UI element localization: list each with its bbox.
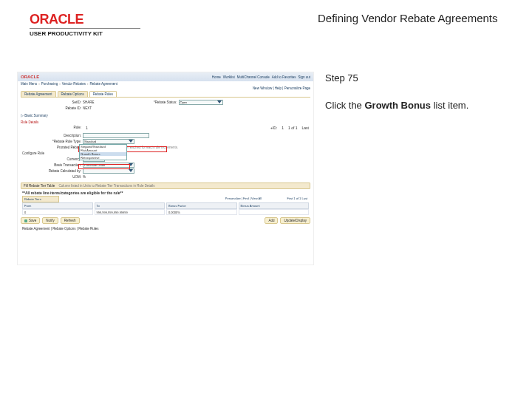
instruction-panel: Step 75 Click the Growth Bonus list item… bbox=[325, 72, 514, 265]
cell-from[interactable]: 0 bbox=[22, 209, 93, 215]
tabs: Rebate Agreement Rebate Options Rebate R… bbox=[18, 91, 313, 97]
app-screenshot: ORACLE Home Worklist MultiChannel Consol… bbox=[18, 72, 313, 265]
cur-label: Currency: bbox=[22, 157, 81, 161]
grid-cust-links[interactable]: Personalize | Find | View All bbox=[61, 196, 263, 202]
footer-links[interactable]: Rebate Agreement | Rebate Options | Reba… bbox=[18, 226, 313, 231]
desc-input[interactable] bbox=[83, 133, 149, 138]
rtype-select[interactable]: Standard bbox=[83, 139, 134, 144]
setid-label: SetID: bbox=[22, 100, 81, 104]
update-button[interactable]: Update/Display bbox=[280, 217, 310, 224]
rebstatus-label: *Rebate Status: bbox=[96, 100, 177, 104]
save-button[interactable]: Save bbox=[21, 217, 40, 224]
crumb-0[interactable]: Main Menu bbox=[21, 82, 37, 86]
chevron-down-icon bbox=[217, 100, 222, 103]
col-amount: Bonus Amount bbox=[239, 202, 310, 209]
app-nav: Home Worklist MultiChannel Console Add t… bbox=[212, 75, 310, 79]
save-icon bbox=[24, 219, 27, 222]
bt-label: Basis Transaction: bbox=[22, 163, 81, 167]
last-link[interactable]: Last bbox=[302, 126, 309, 130]
rebstatus-select[interactable]: Open bbox=[179, 100, 223, 105]
nav-mcc[interactable]: MultiChannel Console bbox=[237, 75, 270, 79]
bt-select[interactable]: Purchase Order bbox=[83, 163, 134, 168]
col-from: From bbox=[22, 202, 93, 209]
nav-worklist[interactable]: Worklist bbox=[223, 75, 235, 79]
basic-summary-toggle[interactable]: ▷ Basic Summary bbox=[18, 112, 313, 119]
tab-rules[interactable]: Rebate Rules bbox=[89, 91, 117, 97]
brand-block: ORACLE USER PRODUCTIVITY KIT bbox=[30, 12, 140, 37]
uom-label: UOM: bbox=[22, 175, 81, 179]
one-of: 1 of 1 bbox=[288, 126, 298, 130]
notify-button[interactable]: Notify bbox=[42, 217, 58, 224]
setid-value: SHARE bbox=[83, 100, 95, 104]
seq-value: 1 bbox=[282, 126, 284, 130]
chevron-down-icon bbox=[129, 169, 133, 172]
rtype-option-retro[interactable]: Retrospective bbox=[80, 156, 126, 160]
nav-signout[interactable]: Sign out bbox=[298, 75, 310, 79]
crumb-1[interactable]: Purchasing bbox=[41, 82, 58, 86]
chevron-down-icon bbox=[129, 163, 133, 166]
col-factor: Bonus Factor bbox=[166, 202, 237, 209]
chevron-down-icon bbox=[129, 140, 133, 143]
app-logo: ORACLE bbox=[21, 75, 39, 79]
col-to: To bbox=[95, 202, 166, 209]
breadcrumb: Main Menu› Purchasing› Vendor Rebates› R… bbox=[18, 81, 313, 86]
brand-sub: USER PRODUCTIVITY KIT bbox=[30, 28, 140, 37]
nav-fav[interactable]: Add to Favorites bbox=[272, 75, 296, 79]
grid-tab-tiers[interactable]: Rebate Tiers bbox=[22, 196, 59, 202]
rule-label: Rule: bbox=[22, 126, 81, 130]
step-label: Step 75 bbox=[325, 72, 514, 83]
prorate-label: Prorated Rebate bbox=[22, 146, 81, 149]
cell-factor[interactable]: 0.0000% bbox=[166, 209, 237, 215]
uom-value: % bbox=[83, 175, 86, 179]
cell-to[interactable]: 999,999,999,999.99999 bbox=[95, 209, 166, 215]
rule-value: 1 bbox=[86, 126, 88, 130]
refresh-button[interactable]: Refresh bbox=[61, 217, 80, 224]
brand-logo: ORACLE bbox=[30, 12, 140, 27]
configure-rule-label: Configure Rule bbox=[22, 151, 66, 155]
tab-options[interactable]: Rebate Options bbox=[58, 91, 88, 97]
rc-select[interactable] bbox=[83, 168, 134, 174]
app-header: ORACLE Home Worklist MultiChannel Consol… bbox=[18, 72, 313, 81]
elig-line: **All rebate line items/categories are e… bbox=[22, 191, 309, 195]
seq-label: +ID: bbox=[270, 126, 277, 130]
rebid-label: Rebate ID: bbox=[22, 106, 81, 110]
grid-tabs: Rebate Tiers Personalize | Find | View A… bbox=[22, 196, 309, 202]
add-button[interactable]: Add bbox=[265, 217, 278, 224]
crumb-3[interactable]: Rebate Agreement bbox=[90, 82, 118, 86]
rtype-label: *Rebate Rule Type: bbox=[22, 140, 81, 143]
rule-details-header: Rule Details bbox=[18, 119, 313, 126]
desc-label: Description: bbox=[22, 134, 81, 137]
grid-row: 0 999,999,999,999.99999 0.0000% bbox=[22, 209, 309, 215]
grid-nav[interactable]: First 1 of 1 Last bbox=[265, 196, 309, 202]
crumb-2[interactable]: Vendor Rebates bbox=[62, 82, 86, 86]
tab-agreement[interactable]: Rebate Agreement bbox=[21, 91, 56, 97]
instruction-text: Click the Growth Bonus list item. bbox=[325, 100, 514, 111]
nav-home[interactable]: Home bbox=[212, 75, 221, 79]
rc-label: Rebate Calculated by: bbox=[22, 169, 81, 173]
rebid-value: NEXT bbox=[83, 106, 92, 110]
fill-tier-bar[interactable]: Fill Rebate Tier Table Column listed in … bbox=[21, 183, 310, 189]
cell-amount[interactable] bbox=[239, 209, 310, 215]
page-title: Defining Vendor Rebate Agreements bbox=[140, 12, 514, 24]
